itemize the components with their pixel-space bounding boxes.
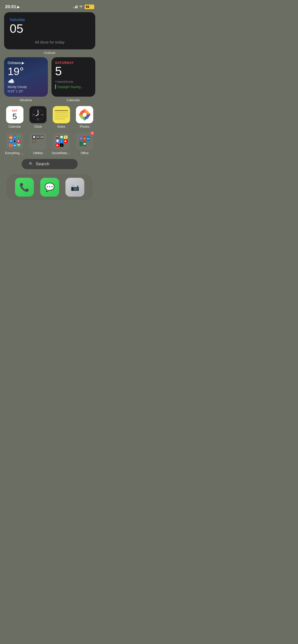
svg-text:9: 9 [34, 114, 35, 116]
calendar-date-num: 5 [55, 65, 92, 77]
weather-location-icon: ▶ [22, 61, 24, 65]
utilities-label: Utilities [33, 151, 43, 155]
signal-bar-3 [75, 6, 76, 8]
photos-flower-svg [78, 108, 91, 121]
location-icon: ▶ [17, 5, 20, 9]
dock: 📞 💬 📷 [7, 174, 93, 200]
calendar-tomorrow-label: TOMORROW [55, 80, 92, 83]
weather-widget[interactable]: Oshawa ▶ 19° ☁️ Mostly Cloudy H:22° L:10… [4, 57, 48, 97]
svg-text:6: 6 [38, 118, 38, 120]
notes-app-icon [53, 106, 70, 123]
app-item-utilities[interactable]: 📊 ⌨ ⌨ 🧮 Utilities [28, 133, 49, 155]
dock-item-phone[interactable]: 📞 [15, 178, 34, 197]
home-screen: Saturday 05 All done for today Outlook O… [0, 12, 99, 200]
outlook-widget[interactable]: Saturday 05 All done for today [4, 12, 95, 49]
signal-bar-1 [73, 7, 74, 8]
battery-icon: ⚡ [90, 6, 93, 8]
status-bar: 20:01 ▶ 69 ⚡ [0, 0, 99, 12]
app-item-calendar[interactable]: SAT 5 Calendar [4, 106, 25, 128]
camera-icon: 📷 [71, 183, 79, 192]
apple-folder-grid: 📅 ✉ 📹 🗺 📱 ❤ 🎵 ☁ 🗺 [8, 134, 22, 148]
office-badge: 1 [90, 131, 94, 135]
dock-item-messages[interactable]: 💬 [40, 178, 59, 197]
weather-location: Oshawa ▶ [8, 61, 44, 65]
calendar-event-name: Daylight Saving... [58, 85, 83, 89]
time-display: 20:01 [5, 4, 16, 9]
phone-icon: 📞 [19, 182, 30, 192]
wifi-icon [79, 5, 83, 9]
everything-apple-icon: 📅 ✉ 📹 🗺 📱 ❤ 🎵 ☁ 🗺 [6, 133, 23, 150]
status-right-icons: 69 ⚡ [73, 5, 94, 9]
phone-app-icon: 📞 [15, 178, 34, 197]
calendar-widget[interactable]: SATURDAY 5 TOMORROW Daylight Saving... [51, 57, 95, 97]
weather-col: Oshawa ▶ 19° ☁️ Mostly Cloudy H:22° L:10… [4, 57, 48, 105]
photos-app-label: Photos [80, 125, 89, 128]
app-grid: SAT 5 Calendar 12 3 6 [4, 106, 95, 155]
calendar-col: SATURDAY 5 TOMORROW Daylight Saving... C… [51, 57, 95, 105]
search-icon: 🔍 [29, 162, 34, 166]
signal-bar-2 [74, 7, 75, 8]
app-item-everything-apple[interactable]: 📅 ✉ 📹 🗺 📱 ❤ 🎵 ☁ 🗺 Everything Apple [4, 133, 25, 155]
weather-condition: Mostly Cloudy [8, 85, 44, 89]
calendar-app-icon: SAT 5 [6, 106, 23, 123]
calendar-day-name: SATURDAY [55, 61, 92, 65]
social-label: SocialNetworki... [52, 151, 71, 155]
svg-point-12 [37, 114, 38, 115]
weather-city: Oshawa [8, 61, 21, 65]
battery-level: 69 [86, 5, 89, 9]
calendar-label: Calendar [51, 98, 95, 102]
utilities-folder-grid: 📊 ⌨ ⌨ 🧮 [31, 134, 45, 148]
weather-label: Weather [4, 98, 48, 102]
photos-app-icon [76, 106, 93, 123]
battery-indicator: 69 ⚡ [85, 5, 94, 9]
camera-app-icon: 📷 [65, 178, 84, 197]
outlook-label: Outlook [4, 51, 95, 55]
weather-highlow: H:22° L:10° [8, 90, 44, 93]
app-item-office[interactable]: 1 T O in 💬 Office [74, 133, 96, 155]
svg-text:3: 3 [41, 114, 42, 116]
search-bar[interactable]: 🔍 Search [22, 159, 78, 169]
app-item-clock[interactable]: 12 3 6 9 Clock [28, 106, 49, 128]
weather-cloud-icon: ☁️ [8, 78, 44, 85]
clock-app-label: Clock [34, 125, 42, 128]
app-item-social[interactable]: 📷 💬 👻 💬 f ▶ ▶ ♪ SocialNetworki... [51, 133, 72, 155]
notes-content [55, 110, 68, 121]
clock-face-svg: 12 3 6 9 [32, 108, 44, 121]
office-label: Office [81, 151, 89, 155]
notes-app-label: Notes [57, 125, 65, 128]
everything-apple-label: Everything Apple [5, 151, 24, 155]
clock-app-icon: 12 3 6 9 [29, 106, 47, 123]
signal-bar-4 [77, 5, 77, 8]
app-item-notes[interactable]: Notes [51, 106, 72, 128]
outlook-day: Saturday [10, 17, 90, 22]
weather-temp: 19° [8, 66, 44, 77]
outlook-date: 05 [10, 23, 90, 35]
social-icon: 📷 💬 👻 💬 f ▶ ▶ ♪ [53, 133, 70, 150]
calendar-app-label: Calendar [8, 125, 21, 128]
widgets-row: Oshawa ▶ 19° ☁️ Mostly Cloudy H:22° L:10… [4, 57, 95, 105]
search-bar-wrap: 🔍 Search [4, 159, 95, 169]
office-icon: 1 T O in 💬 [76, 133, 93, 150]
search-label: Search [36, 162, 49, 167]
messages-icon: 💬 [45, 182, 55, 192]
svg-point-21 [83, 113, 87, 117]
signal-bars [73, 5, 77, 8]
calendar-event-dot [55, 84, 56, 89]
dock-item-camera[interactable]: 📷 [65, 178, 84, 197]
office-folder-grid: T O in 💬 [77, 134, 92, 148]
outlook-status: All done for today [10, 40, 90, 44]
social-folder-grid: 📷 💬 👻 💬 f ▶ ▶ ♪ [54, 134, 69, 148]
calendar-event: Daylight Saving... [55, 84, 92, 89]
utilities-icon: 📊 ⌨ ⌨ 🧮 [29, 133, 47, 150]
status-time: 20:01 ▶ [5, 4, 20, 9]
outlook-widget-section: Saturday 05 All done for today Outlook [4, 12, 95, 55]
messages-app-icon: 💬 [40, 178, 59, 197]
app-item-photos[interactable]: Photos [74, 106, 96, 128]
calendar-icon-header: SAT 5 [6, 108, 23, 122]
